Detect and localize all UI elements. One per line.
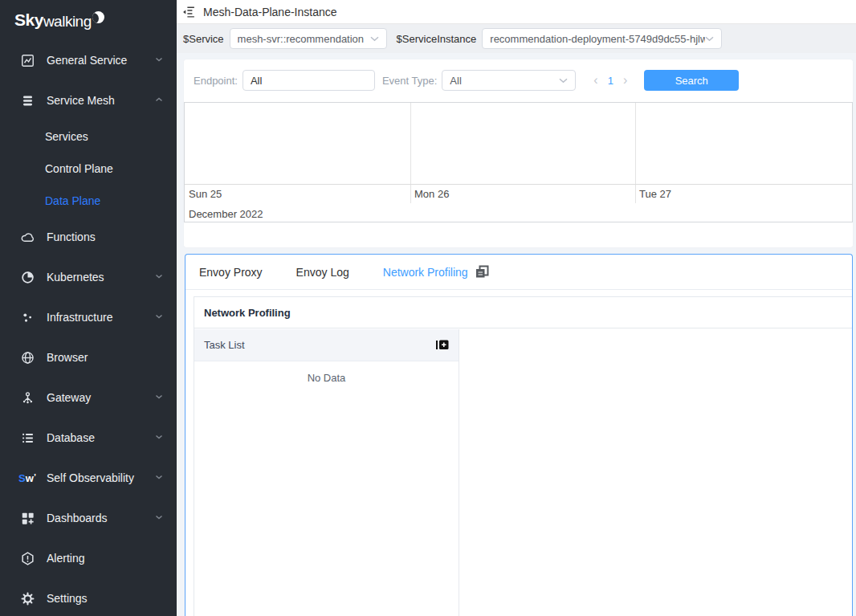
instance-tabs-panel: Envoy Proxy Envoy Log Network Profiling … — [185, 254, 853, 616]
create-task-icon[interactable] — [435, 338, 449, 352]
chevron-down-icon — [559, 78, 568, 84]
widget-title: Network Profiling — [204, 307, 291, 319]
chevron-down-icon — [154, 472, 164, 484]
gateway-icon — [19, 390, 35, 406]
chevron-down-icon — [705, 36, 714, 42]
service-instance-select[interactable]: recommendation-deployment-5749d9dc55-hjl… — [482, 28, 722, 49]
timeline-day-label: Sun 25 — [189, 188, 222, 200]
endpoint-input[interactable] — [243, 70, 375, 91]
timeline-gridline — [410, 103, 411, 203]
sidebar-item-services[interactable]: Services — [0, 120, 177, 153]
service-select[interactable]: mesh-svr::recommendation — [230, 28, 387, 49]
tab-envoy-log[interactable]: Envoy Log — [296, 266, 349, 279]
current-page: 1 — [608, 75, 613, 87]
empty-state-text: No Data — [194, 372, 459, 384]
cloud-icon — [19, 229, 35, 245]
main-area: Mesh-Data-Plane-Instance $Service mesh-s… — [177, 0, 856, 616]
event-type-select[interactable]: All — [442, 70, 576, 91]
timeline-axis-line — [185, 184, 852, 185]
timeline-day-label: Tue 27 — [639, 188, 671, 200]
sidebar-item-gateway[interactable]: Gateway — [0, 377, 177, 418]
timeline-month-label: December 2022 — [189, 208, 263, 220]
sidebar-item-general-service[interactable]: General Service — [0, 40, 177, 80]
tab-bar: Envoy Proxy Envoy Log Network Profiling — [185, 255, 852, 290]
gear-icon — [19, 590, 35, 606]
chart-icon — [19, 52, 35, 68]
sidebar-item-infrastructure[interactable]: Infrastructure — [0, 297, 177, 337]
endpoint-label: Endpoint: — [194, 75, 238, 87]
network-profiling-widget: Network Profiling Task List No Data — [194, 296, 852, 616]
search-button[interactable]: Search — [644, 70, 739, 91]
chevron-down-icon — [154, 271, 164, 284]
kubernetes-icon — [19, 269, 35, 285]
sidebar-item-kubernetes[interactable]: Kubernetes — [0, 257, 177, 297]
page-title: Mesh-Data-Plane-Instance — [203, 6, 337, 18]
dashboard-grid-icon — [19, 510, 35, 526]
chevron-down-icon — [154, 55, 164, 67]
chevron-up-icon — [154, 95, 164, 107]
event-type-label: Event Type: — [382, 75, 437, 87]
sidebar-item-dashboards[interactable]: Dashboards — [0, 498, 177, 538]
filter-row: Endpoint: Event Type: All ‹ 1 › Search — [194, 70, 846, 91]
widget-header: Network Profiling — [194, 297, 852, 328]
sidebar-item-self-observability[interactable]: Sw’ Self Observability — [0, 458, 177, 498]
service-label: $Service — [183, 33, 224, 45]
logo-crescent-icon — [92, 11, 104, 23]
pagination: ‹ 1 › — [592, 74, 629, 87]
chevron-down-icon — [154, 512, 164, 524]
prev-page-button[interactable]: ‹ — [592, 74, 599, 87]
globe-icon — [19, 349, 35, 365]
sidebar-item-service-mesh[interactable]: Service Mesh — [0, 80, 177, 120]
chevron-down-icon — [154, 392, 164, 404]
skywalking-logo[interactable]: Skywalking — [0, 0, 177, 40]
dots-icon — [19, 309, 35, 325]
sidebar-item-settings[interactable]: Settings — [0, 578, 177, 616]
sidebar-item-database[interactable]: Database — [0, 418, 177, 458]
events-card: Endpoint: Event Type: All ‹ 1 › Search S… — [184, 59, 853, 247]
sidebar-item-alerting[interactable]: Alerting — [0, 538, 177, 578]
tab-network-profiling[interactable]: Network Profiling — [383, 266, 468, 279]
chevron-down-icon — [154, 432, 164, 444]
layers-icon — [19, 92, 35, 108]
selector-bar: $Service mesh-svr::recommendation $Servi… — [177, 24, 856, 53]
task-list-panel: Task List No Data — [194, 329, 459, 616]
task-list-header: Task List — [194, 329, 459, 361]
tab-envoy-proxy[interactable]: Envoy Proxy — [199, 266, 263, 279]
logo-text-light: walking — [43, 13, 92, 31]
timeline-gridline — [635, 103, 636, 203]
chevron-down-icon — [154, 312, 164, 324]
chevron-down-icon — [370, 36, 379, 42]
events-timeline[interactable]: Sun 25 Mon 26 Tue 27 December 2022 — [184, 102, 853, 222]
logo-text-bold: Sky — [14, 10, 43, 30]
next-page-button[interactable]: › — [622, 74, 629, 87]
sidebar: Skywalking General Service Service Mesh … — [0, 0, 177, 616]
task-list-title: Task List — [204, 339, 245, 351]
sidebar-item-functions[interactable]: Functions — [0, 217, 177, 257]
copy-icon[interactable] — [475, 265, 489, 279]
service-instance-label: $ServiceInstance — [397, 33, 477, 45]
sw-logo-icon: Sw’ — [19, 470, 35, 486]
page-header: Mesh-Data-Plane-Instance — [177, 0, 856, 24]
alert-hexagon-icon — [19, 550, 35, 566]
sidebar-item-control-plane[interactable]: Control Plane — [0, 153, 177, 185]
timeline-day-label: Mon 26 — [414, 188, 449, 200]
database-icon — [19, 430, 35, 446]
sidebar-item-data-plane[interactable]: Data Plane — [0, 185, 177, 217]
sidebar-item-browser[interactable]: Browser — [0, 337, 177, 377]
collapse-sidebar-icon[interactable] — [182, 5, 196, 18]
